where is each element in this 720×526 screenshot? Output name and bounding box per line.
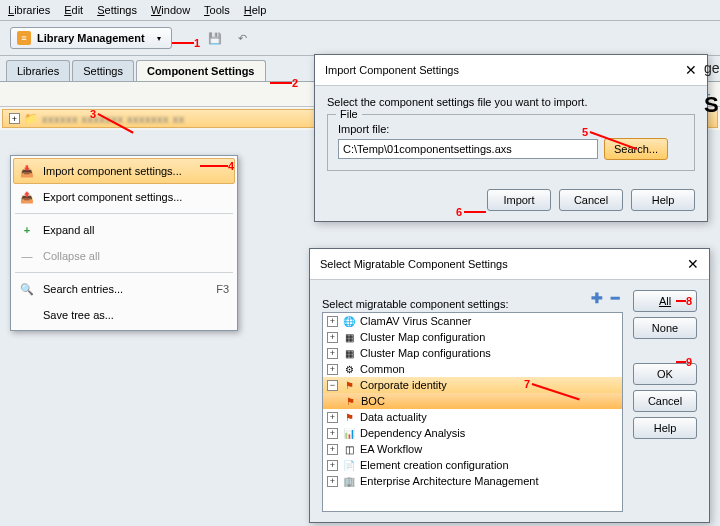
dialog-select-migratable: Select Migratable Component Settings ✕ S… [309,248,710,523]
import-icon: 📥 [19,163,35,179]
menu-help[interactable]: Help [244,4,267,16]
minus-icon: — [19,248,35,264]
expand-icon[interactable]: + [327,428,338,439]
component-tree[interactable]: +🌐ClamAV Virus Scanner +▦Cluster Map con… [322,312,623,512]
undo-icon[interactable]: ↶ [232,27,254,49]
tree-item-clustermap-config[interactable]: +▦Cluster Map configuration [323,329,622,345]
tree-expand-icon[interactable]: ✚ [589,290,605,306]
tree-root-label: xxxxxx xxxxxxx xxxxxxx xx [42,113,185,125]
expand-icon[interactable]: + [327,444,338,455]
tree-item-ea-workflow[interactable]: +◫EA Workflow [323,441,622,457]
ctx-save-tree-as[interactable]: Save tree as... [13,302,235,328]
expand-icon[interactable]: + [327,332,338,343]
import-file-label: Import file: [338,123,684,135]
ctx-export-label: Export component settings... [43,191,182,203]
dialog-title-text: Select Migratable Component Settings [320,258,508,270]
dialog-title-text: Import Component Settings [325,64,459,76]
folder-icon: 📁 [24,112,38,125]
blank-icon [19,307,35,323]
dialog-button-row: Import Cancel Help [315,181,707,221]
tree-item-dependency-analysis[interactable]: +📊Dependency Analysis [323,425,622,441]
separator [15,213,233,214]
tree-collapse-icon[interactable]: ━ [607,290,623,306]
flag-icon: ⚑ [342,378,356,392]
tree-item-clustermap-configs[interactable]: +▦Cluster Map configurations [323,345,622,361]
collapse-icon[interactable]: − [327,380,338,391]
ctx-collapse-label: Collapse all [43,250,100,262]
dialog-titlebar: Select Migratable Component Settings ✕ [310,249,709,280]
menu-edit[interactable]: Edit [64,4,83,16]
close-icon[interactable]: ✕ [687,256,699,272]
save-icon[interactable]: 💾 [204,27,226,49]
expand-icon[interactable]: + [327,460,338,471]
building-icon: 🏢 [342,474,356,488]
tree-item-clamav[interactable]: +🌐ClamAV Virus Scanner [323,313,622,329]
select-instruction: Select migratable component settings: [322,298,509,310]
tree-item-corporate-identity[interactable]: −⚑Corporate identity [323,377,622,393]
dialog-side-buttons: All None OK Cancel Help [633,290,697,512]
background-text: ge [704,60,720,76]
gear-icon: ⚙ [342,362,356,376]
separator [15,272,233,273]
doc-icon: 📄 [342,458,356,472]
tool-icon: 📊 [342,426,356,440]
ctx-import-component-settings[interactable]: 📥 Import component settings... [13,158,235,184]
expand-icon[interactable]: + [327,364,338,375]
ctx-expand-label: Expand all [43,224,94,236]
import-file-input[interactable] [338,139,598,159]
toolbar: ≡ Library Management ▾ 💾 ↶ [0,21,720,56]
flag-icon: ⚑ [342,410,356,424]
ctx-import-label: Import component settings... [43,165,182,177]
dialog-titlebar: Import Component Settings ✕ [315,55,707,86]
ok-button[interactable]: OK [633,363,697,385]
grid-icon: ▦ [342,330,356,344]
none-button[interactable]: None [633,317,697,339]
globe-icon: 🌐 [342,314,356,328]
tab-component-settings[interactable]: Component Settings [136,60,266,81]
dialog-import-component-settings: Import Component Settings ✕ Select the c… [314,54,708,222]
expand-icon[interactable]: + [327,476,338,487]
ctx-export-component-settings[interactable]: 📤 Export component settings... [13,184,235,210]
workflow-icon: ◫ [342,442,356,456]
fieldset-legend: File [336,108,362,120]
ctx-search-entries[interactable]: 🔍 Search entries... F3 [13,276,235,302]
file-fieldset: File Import file: Search... [327,114,695,171]
plus-icon: + [19,222,35,238]
flag-icon: ⚑ [343,394,357,408]
menu-libraries[interactable]: Libraries [8,4,50,16]
tree-item-eam[interactable]: +🏢Enterprise Architecture Management [323,473,622,489]
help-button[interactable]: Help [631,189,695,211]
tree-item-common[interactable]: +⚙Common [323,361,622,377]
expand-icon[interactable]: + [327,316,338,327]
tab-libraries[interactable]: Libraries [6,60,70,81]
help-button[interactable]: Help [633,417,697,439]
cancel-button[interactable]: Cancel [633,390,697,412]
tree-item-data-actuality[interactable]: +⚑Data actuality [323,409,622,425]
library-management-dropdown[interactable]: ≡ Library Management ▾ [10,27,172,49]
menu-tools[interactable]: Tools [204,4,230,16]
grid-icon: ▦ [342,346,356,360]
export-icon: 📤 [19,189,35,205]
binoculars-icon: 🔍 [19,281,35,297]
search-button[interactable]: Search... [604,138,668,160]
ctx-expand-all[interactable]: + Expand all [13,217,235,243]
expand-icon[interactable]: + [327,348,338,359]
ctx-savetree-label: Save tree as... [43,309,114,321]
import-button[interactable]: Import [487,189,551,211]
dialog-instruction: Select the component settings file you w… [327,96,695,108]
context-menu: 📥 Import component settings... 📤 Export … [10,155,238,331]
tab-settings[interactable]: Settings [72,60,134,81]
cancel-button[interactable]: Cancel [559,189,623,211]
library-management-label: Library Management [37,32,145,44]
background-letter: S [704,92,719,118]
ctx-collapse-all: — Collapse all [13,243,235,269]
menu-window[interactable]: Window [151,4,190,16]
all-button[interactable]: All [633,290,697,312]
menubar: Libraries Edit Settings Window Tools Hel… [0,0,720,21]
menu-settings[interactable]: Settings [97,4,137,16]
tree-item-element-creation[interactable]: +📄Element creation configuration [323,457,622,473]
close-icon[interactable]: ✕ [685,62,697,78]
expand-icon[interactable]: + [327,412,338,423]
expand-icon[interactable]: + [9,113,20,124]
tree-item-boc[interactable]: ⚑BOC [323,393,622,409]
